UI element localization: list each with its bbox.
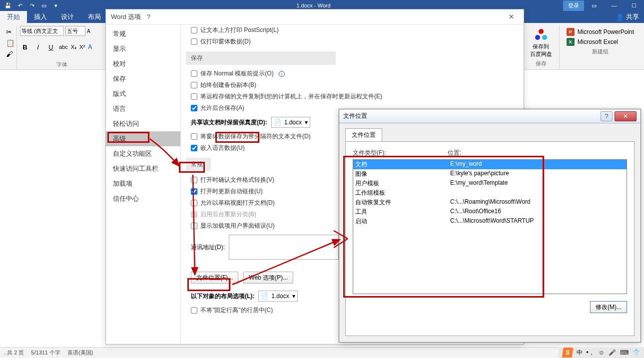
language-status[interactable]: 英语(美国): [67, 349, 93, 357]
underline-button[interactable]: U: [46, 42, 56, 52]
save-icon[interactable]: 💾: [4, 1, 12, 9]
ime-punct-icon[interactable]: •，: [587, 349, 595, 357]
options-nav-item[interactable]: 显示: [106, 41, 180, 56]
word-count[interactable]: 5/1311 个字: [31, 349, 60, 357]
ime-toolbar: S 中 •， ☺ 🎤 ⌨ 👕: [559, 347, 644, 358]
ime-skin-icon[interactable]: 👕: [633, 349, 640, 356]
login-button[interactable]: 登录: [563, 0, 584, 11]
save-to-baidu-button[interactable]: 保存到 百度网盘: [526, 26, 556, 60]
chk-remote[interactable]: [191, 93, 197, 100]
minimize-icon[interactable]: —: [604, 0, 624, 11]
ribbon-display-icon[interactable]: ▭: [584, 0, 604, 11]
strikethrough-icon[interactable]: abc: [59, 44, 68, 50]
tab-file-locations[interactable]: 文件位置: [345, 128, 382, 141]
chk-embed-lang[interactable]: [191, 145, 197, 151]
help-icon[interactable]: ?: [141, 13, 156, 20]
chk-confirm-convert[interactable]: [191, 177, 197, 183]
new-icon[interactable]: ▭: [40, 1, 48, 9]
subscript-icon[interactable]: X₂: [71, 44, 76, 50]
layout-doc-combo[interactable]: 📄1.docx▾: [258, 291, 297, 302]
file-location-row[interactable]: 图像E:\kyle's paper\picture: [353, 169, 627, 179]
chevron-down-icon: ▾: [305, 119, 308, 126]
share-button[interactable]: 👤共享: [611, 11, 644, 23]
ime-emoji-icon[interactable]: ☺: [599, 349, 605, 356]
font-family-select[interactable]: [20, 26, 64, 36]
redo-icon[interactable]: ↷: [28, 1, 36, 9]
options-dialog-title: Word 选项: [111, 12, 141, 21]
excel-button[interactable]: XMicrosoft Excel: [567, 38, 634, 46]
maximize-icon[interactable]: ☐: [624, 0, 644, 11]
options-nav-item[interactable]: 信任中心: [106, 191, 180, 206]
tab-start[interactable]: 开始: [0, 11, 27, 23]
chk-remote-label: 将远程存储的文件复制到您的计算机上，并在保存时更新远程文件(E): [200, 92, 382, 101]
options-nav-item[interactable]: 快速访问工具栏: [106, 161, 180, 176]
section-general: 常规: [186, 158, 211, 171]
file-location-row[interactable]: 文档E:\my_word: [353, 160, 627, 169]
sogou-icon[interactable]: S: [562, 348, 573, 358]
options-nav-item[interactable]: 保存: [106, 71, 180, 86]
tab-layout[interactable]: 布局: [81, 11, 108, 23]
chk-printfontdata[interactable]: [191, 38, 197, 45]
ime-lang[interactable]: 中: [577, 349, 583, 357]
cut-icon[interactable]: ✂: [6, 28, 12, 36]
chk-bgsave[interactable]: [191, 105, 197, 111]
text-effects-icon[interactable]: A: [88, 43, 92, 50]
options-nav-item[interactable]: 高级: [106, 131, 180, 146]
file-locations-button[interactable]: 文件位置(F)...: [191, 272, 238, 284]
chk-update-links[interactable]: [191, 188, 197, 195]
file-location-row[interactable]: 自动恢复文件C:\...\Roaming\Microsoft\Word: [353, 198, 627, 207]
file-locations-list[interactable]: 文档E:\my_word图像E:\kyle's paper\picture用户模…: [353, 159, 627, 294]
file-location-row[interactable]: 工具C:\...\Root\Office16: [353, 207, 627, 217]
help-icon[interactable]: ?: [601, 111, 613, 121]
file-location-row[interactable]: 用户模板E:\my_word\Template: [353, 179, 627, 188]
tab-design[interactable]: 设计: [54, 11, 81, 23]
ime-mic-icon[interactable]: 🎤: [609, 349, 616, 356]
chk-postscript[interactable]: [191, 27, 197, 33]
status-bar: , 共 2 页 5/1311 个字 英语(美国): [0, 347, 644, 358]
chk-formdata[interactable]: [191, 133, 197, 140]
options-nav-item[interactable]: 自定义功能区: [106, 146, 180, 161]
chk-backup-label: 始终创建备份副本(B): [200, 81, 256, 89]
file-location-row[interactable]: 启动C:\...\Microsoft\Word\STARTUP: [353, 217, 627, 226]
font-group-label: 字体: [20, 61, 103, 69]
share-doc-combo[interactable]: 📄1.docx▾: [271, 117, 310, 128]
file-locations-title: 文件位置: [343, 112, 367, 120]
options-nav-item[interactable]: 校对: [106, 56, 180, 71]
close-icon[interactable]: ✕: [504, 13, 519, 20]
italic-button[interactable]: I: [33, 42, 43, 52]
superscript-icon[interactable]: X²: [79, 44, 85, 50]
options-nav-item[interactable]: 轻松访问: [106, 116, 180, 131]
close-icon[interactable]: ✕: [615, 111, 637, 121]
chk-save-normal-label: 保存 Normal 模板前提示(O): [200, 69, 274, 78]
powerpoint-icon: P: [567, 28, 575, 36]
format-painter-icon[interactable]: 🖌: [6, 50, 13, 58]
options-nav-item[interactable]: 版式: [106, 86, 180, 101]
font-size-select[interactable]: [65, 26, 85, 36]
options-nav-item[interactable]: 常规: [106, 26, 180, 41]
options-nav-item[interactable]: 语言: [106, 101, 180, 116]
address-label: 通讯地址(D):: [191, 243, 225, 252]
options-nav-item[interactable]: 加载项: [106, 176, 180, 191]
chk-addin-errors[interactable]: [191, 223, 197, 229]
chk-draft-open-label: 允许以草稿视图打开文档(D): [200, 199, 275, 207]
chk-no-center-fixed[interactable]: [191, 307, 197, 314]
ime-keyboard-icon[interactable]: ⌨: [620, 349, 629, 356]
qat-more-icon[interactable]: ▾: [52, 1, 60, 9]
address-textarea[interactable]: [229, 235, 339, 260]
grow-font-icon[interactable]: A: [87, 28, 90, 34]
modify-button[interactable]: 修改(M)...: [590, 301, 627, 313]
info-icon[interactable]: i: [279, 71, 285, 77]
chk-save-normal[interactable]: [191, 70, 197, 77]
file-location-row[interactable]: 工作组模板: [353, 188, 627, 198]
chk-confirm-convert-label: 打开时确认文件格式转换(V): [200, 176, 274, 184]
chk-backup[interactable]: [191, 82, 197, 88]
web-options-button[interactable]: Web 选项(P)...: [243, 272, 293, 284]
chk-no-center-fixed-label: 不将"固定行高"的行居中(C): [200, 306, 273, 315]
powerpoint-button[interactable]: PMicrosoft PowerPoint: [567, 28, 634, 36]
chk-draft-open[interactable]: [191, 200, 197, 206]
tab-insert[interactable]: 插入: [27, 11, 54, 23]
page-count[interactable]: , 共 2 页: [4, 349, 24, 357]
copy-icon[interactable]: 📋: [6, 39, 14, 47]
undo-icon[interactable]: ↶: [16, 1, 24, 9]
bold-button[interactable]: B: [20, 42, 30, 52]
